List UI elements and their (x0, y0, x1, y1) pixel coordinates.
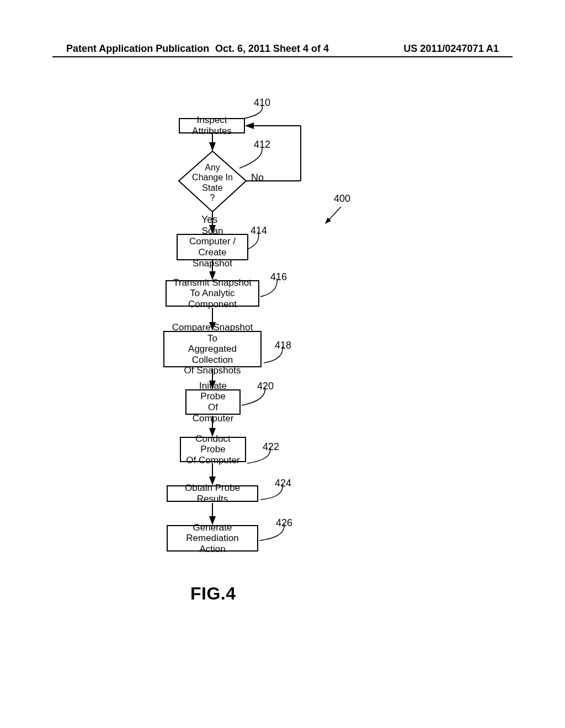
ref-400: 400 (334, 193, 350, 205)
figure-label: FIG.4 (190, 584, 236, 604)
ref-426: 426 (276, 517, 292, 529)
step-text: Transmit Snapshot To Analytic Component (170, 277, 255, 310)
ref-410: 410 (254, 97, 270, 109)
step-transmit-snapshot: Transmit Snapshot To Analytic Component (166, 280, 259, 307)
step-inspect-attributes: Inspect Attributes (179, 118, 245, 133)
ref-416: 416 (270, 271, 287, 283)
step-text: Generate Remediation Action (171, 522, 254, 555)
flowchart-canvas: Inspect Attributes 410 Any Change In Sta… (0, 88, 565, 673)
decision-yes: Yes (201, 214, 217, 226)
step-text: Inspect Attributes (183, 115, 241, 136)
step-text: Compare Snapshot To Aggregated Collectio… (168, 322, 257, 376)
ref-420: 420 (257, 381, 274, 392)
ref-414: 414 (250, 225, 267, 237)
step-obtain-results: Obtain Probe Results (167, 485, 258, 502)
ref-422: 422 (263, 441, 279, 453)
step-text: Initiate Probe Of Computer (190, 381, 236, 424)
step-text: Scan Computer / Create Snapshot (181, 226, 244, 269)
step-text: Obtain Probe Results (171, 483, 254, 504)
step-text: Conduct Probe Of Computer (184, 433, 242, 466)
step-scan-snapshot: Scan Computer / Create Snapshot (177, 234, 248, 260)
decision-change-in-state: Any Change In State ? (190, 163, 234, 204)
step-initiate-probe: Initiate Probe Of Computer (185, 389, 241, 415)
header-mid: Oct. 6, 2011 Sheet 4 of 4 (215, 43, 329, 55)
ref-418: 418 (275, 340, 291, 351)
ref-412: 412 (254, 139, 270, 151)
header-rule (52, 56, 513, 57)
header-right: US 2011/0247071 A1 (404, 43, 499, 55)
header-left: Patent Application Publication (66, 43, 209, 55)
ref-424: 424 (275, 478, 291, 489)
flowchart-lines (0, 88, 565, 673)
step-compare-snapshot: Compare Snapshot To Aggregated Collectio… (163, 331, 262, 367)
step-conduct-probe: Conduct Probe Of Computer (180, 437, 246, 462)
step-generate-remediation: Generate Remediation Action (167, 525, 258, 552)
decision-no: No (251, 172, 264, 184)
